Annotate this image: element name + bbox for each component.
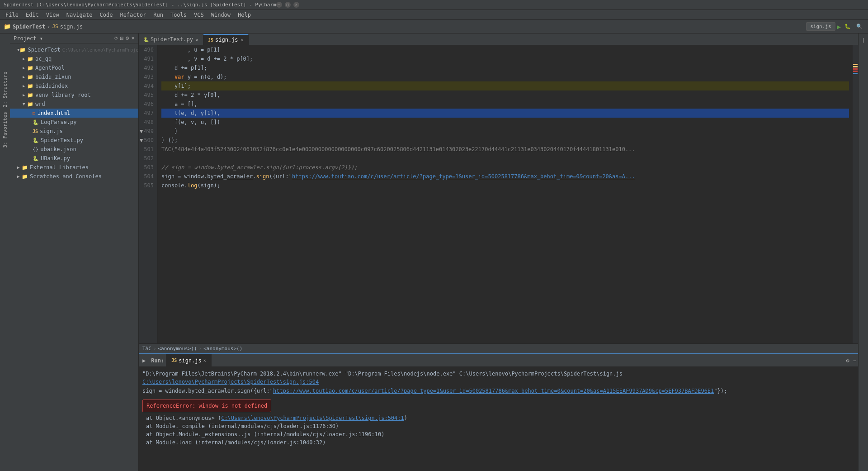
html-icon: ⊡	[33, 110, 36, 116]
scroll-indicator	[853, 45, 858, 343]
code-line-497: t(e, d, y[1]),	[161, 109, 849, 118]
menu-window[interactable]: Window	[208, 11, 234, 19]
line-num-496: 496	[139, 100, 154, 109]
right-strip: |	[858, 33, 868, 471]
settings-button[interactable]: ⚙	[125, 36, 129, 41]
bottom-tab-label: sign.js	[179, 357, 202, 364]
tree-root[interactable]: ▼ 📁 SpiderTest C:\Users\lenovo\PycharmPr…	[10, 45, 138, 54]
tree-item-ac_qq[interactable]: ▶ 📁 ac_qq	[10, 54, 138, 63]
run-icon: ▶	[139, 357, 149, 364]
code-line-493: var y = n(e, d);	[161, 72, 849, 81]
stack-link-1[interactable]: C:\Users\lenovo\PycharmProjects\SpiderTe…	[221, 415, 404, 421]
tree-label: ac_qq	[35, 56, 52, 62]
favorites-panel-btn[interactable]: 3: Favorites	[1, 110, 9, 149]
code-line-492: d += p[1];	[161, 63, 849, 72]
tree-item-index-html[interactable]: ▶ ⊡ index.html	[10, 109, 138, 118]
run-file-link-line: C:\Users\lenovo\PycharmProjects\SpiderTe…	[142, 378, 854, 386]
run-settings-button[interactable]: ⚙	[846, 357, 849, 364]
menu-vcs[interactable]: VCS	[190, 11, 208, 19]
sync-button[interactable]: ⟳	[114, 36, 118, 41]
code-line-496: a = [],	[161, 100, 849, 109]
url-link[interactable]: https://www.toutiao.com/c/user/article/?…	[273, 388, 714, 394]
tree-item-wrd[interactable]: ▼ 📁 wrd	[10, 100, 138, 109]
maximize-button[interactable]: □	[285, 2, 291, 8]
folder-icon: 📁	[27, 74, 33, 80]
code-line-498: f(e, v, u, [])	[161, 118, 849, 127]
error-mark	[853, 68, 858, 70]
search-button[interactable]: 🔍	[854, 23, 864, 30]
tab-close-button[interactable]: ✕	[241, 38, 244, 43]
breadcrumb-anon2[interactable]: <anonymous>()	[203, 346, 242, 352]
run-button[interactable]: ▶	[837, 23, 841, 30]
minimize-button[interactable]: —	[276, 2, 282, 8]
debug-button[interactable]: 🐛	[843, 23, 853, 30]
vcs-icon[interactable]: |	[862, 37, 865, 43]
menu-refactor[interactable]: Refactor	[116, 11, 150, 19]
tab-sign-js-run[interactable]: JS sign.js ✕	[166, 354, 212, 367]
tab-close-button[interactable]: ✕	[196, 37, 198, 42]
js-tab-icon: JS	[208, 38, 213, 43]
error-mark	[853, 71, 858, 72]
tree-item-spidertest-py[interactable]: ▶ 🐍 SpiderTest.py	[10, 136, 138, 145]
tree-label: SpiderTest.py	[41, 137, 83, 143]
tree-item-ubaike-py[interactable]: ▶ 🐍 UBaiKe.py	[10, 154, 138, 163]
left-panel-strip: 2: Structure 3: Favorites	[0, 33, 10, 471]
run-config-selector[interactable]: sign.js	[806, 22, 835, 31]
line-num-504: 504	[139, 172, 154, 181]
tab-label: sign.js	[215, 37, 238, 43]
separator: ›	[47, 24, 50, 30]
tree-item-logparse[interactable]: ▶ 🐍 LogParse.py	[10, 118, 138, 127]
breadcrumb-tac[interactable]: TAC	[142, 346, 151, 352]
editor-with-gutter: 490 491 492 493 494 495 496 497 498 ▼499…	[139, 45, 858, 343]
tree-label: index.html	[38, 110, 70, 116]
url-suffix: "});	[714, 388, 727, 394]
structure-panel-btn[interactable]: 2: Structure	[1, 70, 9, 109]
code-editor[interactable]: , u = p[1] , v = d += 2 * p[0]; d += p[1…	[158, 45, 853, 343]
folder-icon: 📁	[27, 65, 33, 71]
run-minimize-button[interactable]: −	[853, 357, 856, 364]
menu-code[interactable]: Code	[96, 11, 117, 19]
close-button[interactable]: ✕	[293, 2, 299, 8]
editor-tabs: 🐍 SpiderTest.py ✕ JS sign.js ✕	[139, 33, 858, 45]
py-tab-icon: 🐍	[143, 37, 149, 42]
menu-tools[interactable]: Tools	[167, 11, 190, 19]
project-label: SpiderTest	[13, 24, 45, 30]
tree-item-scratches[interactable]: ▶ 📁 Scratches and Consoles	[10, 172, 138, 181]
breadcrumb-anon1[interactable]: <anonymous>()	[158, 346, 197, 352]
tree-item-sign-js[interactable]: ▶ JS sign.js	[10, 127, 138, 136]
menu-file[interactable]: File	[2, 11, 22, 19]
tree-item-ubaike-json[interactable]: ▶ {} ubaike.json	[10, 145, 138, 154]
tree-label: ubaike.json	[40, 146, 76, 152]
breadcrumb: TAC › <anonymous>() › <anonymous>()	[139, 343, 858, 353]
line-num-499: ▼499	[139, 127, 154, 136]
tree-item-venv[interactable]: ▶ 📁 venv library root	[10, 90, 138, 100]
py-icon: 🐍	[33, 138, 39, 143]
menu-help[interactable]: Help	[234, 11, 255, 19]
window-controls: — □ ✕	[276, 2, 299, 8]
collapse-button[interactable]: ⊟	[120, 36, 123, 41]
code-line-504: sign = window.byted_acrawler.sign({url:"…	[161, 172, 849, 181]
menu-run[interactable]: Run	[150, 11, 167, 19]
run-file-link[interactable]: C:\Users\lenovo\PycharmProjects\SpiderTe…	[142, 379, 319, 385]
file-icon: JS	[52, 24, 58, 29]
code-line-494: y[1];	[161, 81, 849, 90]
menu-navigate[interactable]: Navigate	[63, 11, 96, 19]
json-icon: {}	[33, 147, 38, 152]
tree-item-baiduindex[interactable]: ▶ 📁 baiduindex	[10, 81, 138, 90]
tab-spidertest-py[interactable]: 🐍 SpiderTest.py ✕	[139, 34, 203, 45]
hide-button[interactable]: ✕	[131, 36, 135, 41]
code-line-490: , u = p[1]	[161, 45, 849, 54]
error-box-container: ReferenceError: window is not defined	[142, 398, 854, 414]
menu-edit[interactable]: Edit	[22, 11, 42, 19]
tree-item-baidu-zixun[interactable]: ▶ 📁 baidu_zixun	[10, 72, 138, 81]
line-num-505: 505	[139, 181, 154, 190]
editor-area: 🐍 SpiderTest.py ✕ JS sign.js ✕ 490 491 4…	[139, 33, 858, 471]
tree-item-ext-libs[interactable]: ▶ 📁 External Libraries	[10, 163, 138, 172]
tree-item-agentpool[interactable]: ▶ 📁 AgentPool	[10, 63, 138, 72]
menu-view[interactable]: View	[42, 11, 63, 19]
project-dropdown[interactable]: Project ▾	[14, 35, 43, 42]
tab-close-run[interactable]: ✕	[203, 358, 206, 363]
line-num-500: ▼500	[139, 136, 154, 145]
tab-sign-js[interactable]: JS sign.js ✕	[203, 34, 249, 45]
file-label: sign.js	[60, 24, 83, 30]
